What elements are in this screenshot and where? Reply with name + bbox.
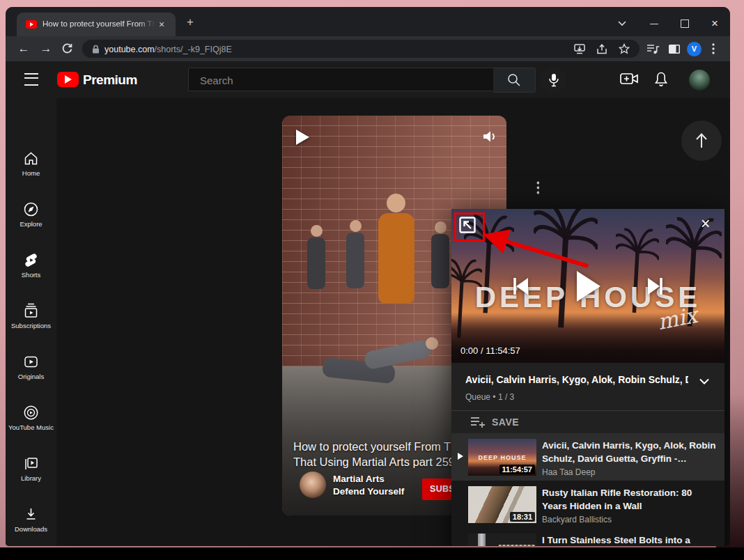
sidebar-label: Explore (6, 220, 56, 228)
queue-item-channel: Haa Taa Deep (542, 467, 596, 477)
notifications-bell-icon[interactable] (653, 71, 669, 88)
search-box[interactable] (188, 68, 494, 91)
bookmark-star-icon[interactable] (619, 43, 630, 54)
create-video-icon[interactable] (620, 72, 638, 86)
sidebar-item-youtube-music[interactable]: YouTube Music (6, 397, 56, 447)
shorts-icon (23, 252, 39, 268)
sidebar-item-shorts[interactable]: Shorts (6, 244, 56, 295)
queue-meta: Queue • 1 / 3 (465, 392, 514, 402)
scroll-to-top-button[interactable] (681, 120, 722, 161)
download-icon (23, 506, 39, 522)
voice-search-button[interactable] (541, 67, 566, 93)
browser-profile-avatar[interactable]: V (687, 42, 702, 56)
sidebar-label: Shorts (6, 271, 56, 279)
new-tab-button[interactable]: + (187, 16, 194, 28)
sidebar-label: YouTube Music (6, 423, 56, 431)
lock-icon (92, 45, 100, 54)
tab-title: How to protect yourself From The (42, 20, 155, 30)
queue-header[interactable]: Avicii, Calvin Harris, Kygo, Alok, Robin… (451, 363, 724, 410)
window-menu-chevron-icon[interactable] (618, 21, 626, 26)
youtube-header: Premium (6, 61, 730, 98)
sidebar-item-library[interactable]: Library (6, 448, 56, 498)
sidebar-label: Library (6, 474, 56, 482)
home-icon (23, 150, 39, 166)
queue-item-channel: Backyard Ballistics (542, 515, 612, 524)
play-icon[interactable] (296, 130, 309, 145)
now-playing-icon (458, 453, 463, 460)
search-button[interactable] (493, 68, 536, 93)
channel-name[interactable]: Martial Arts Defend Yourself (333, 473, 417, 498)
video-figure-head (350, 220, 362, 232)
playlist-add-icon (470, 416, 486, 428)
video-monk-figure (378, 213, 414, 304)
forward-button[interactable]: → (39, 42, 53, 56)
url-host: youtube.com (104, 45, 155, 54)
save-playlist-button[interactable]: SAVE (451, 410, 724, 434)
subscriptions-icon (23, 303, 39, 319)
youtube-premium-wordmark[interactable]: Premium (83, 72, 137, 88)
sidebar: Home Explore Shorts (6, 98, 56, 546)
video-figure-head (387, 194, 405, 212)
sidebar-item-downloads[interactable]: Downloads (6, 499, 56, 546)
queue-item-title: Avicii, Calvin Harris, Kygo, Alok, Robin… (542, 439, 718, 465)
queue-title: Avicii, Calvin Harris, Kygo, Alok, Robin… (465, 374, 688, 385)
screenshot-root: How to protect yourself From The × + × ←… (0, 0, 744, 560)
browser-menu-icon[interactable] (712, 43, 715, 54)
tab-strip: How to protect yourself From The × + × (6, 7, 730, 36)
sidebar-label: Downloads (6, 525, 56, 533)
youtube-logo-icon[interactable] (57, 72, 79, 87)
annotation-arrow (451, 209, 724, 363)
media-controls-icon[interactable] (646, 44, 660, 54)
thumbnail-art (468, 534, 536, 546)
sidebar-item-subscriptions[interactable]: Subscriptions (6, 295, 56, 345)
window-close-button[interactable]: × (711, 17, 718, 31)
hamburger-menu-icon[interactable] (24, 73, 38, 86)
search-input[interactable] (199, 68, 480, 92)
browser-tab[interactable]: How to protect yourself From The × (17, 13, 176, 36)
sidebar-label: Subscriptions (6, 322, 56, 329)
queue-item[interactable]: 18:31 Rusty Italian Rifle Restoration: 8… (451, 481, 724, 528)
sidebar-item-home[interactable]: Home (6, 143, 56, 193)
video-figure (431, 234, 449, 288)
search-icon (507, 73, 521, 87)
reload-button[interactable] (61, 42, 73, 54)
youtube-favicon-icon (26, 20, 37, 29)
video-figure (346, 233, 364, 288)
volume-icon[interactable] (481, 128, 498, 145)
queue-item-title: I Turn Stainless Steel Bolts into a Pock… (542, 534, 718, 546)
tab-close-icon[interactable]: × (159, 19, 164, 30)
shorts-more-options-icon[interactable] (536, 181, 539, 195)
youtube-account-avatar[interactable] (689, 70, 710, 91)
install-icon[interactable] (574, 44, 585, 54)
thumbnail-text: DEEP HOUSE (468, 454, 536, 461)
duration-badge: 18:31 (510, 512, 535, 522)
video-figure (307, 238, 325, 289)
minimize-button[interactable] (650, 24, 658, 24)
queue-item-thumbnail: 18:31 (468, 486, 536, 523)
queue-item-title: Rusty Italian Rifle Restoration: 80 Year… (542, 486, 718, 513)
sidebar-label: Home (6, 169, 56, 177)
browser-toolbar: ← → youtube.com/shorts/_-k9_FIQj8E (6, 36, 730, 61)
save-label: SAVE (492, 417, 519, 428)
share-icon[interactable] (596, 44, 607, 54)
url-path: /shorts/_-k9_FIQj8E (155, 45, 232, 54)
miniplayer-video[interactable]: DEEP HOUSE mix 0:00 / 11:54:57 × (451, 209, 724, 363)
queue-item[interactable]: 15:53 I Turn Stainless Steel Bolts into … (451, 528, 724, 546)
back-button[interactable]: ← (17, 42, 31, 56)
microphone-icon (548, 73, 559, 87)
youtube-music-icon (23, 405, 39, 421)
video-figure-head (435, 221, 447, 233)
maximize-button[interactable] (681, 20, 689, 28)
duration-badge: 11:54:57 (499, 465, 535, 474)
video-figure-head (311, 225, 323, 237)
sidebar-label: Originals (6, 373, 56, 380)
queue-item[interactable]: DEEP HOUSE 11:54:57 Avicii, Calvin Harri… (451, 433, 724, 481)
chevron-down-icon[interactable] (699, 378, 709, 384)
originals-icon (23, 354, 39, 370)
queue-item-thumbnail: 15:53 (468, 534, 536, 546)
sidebar-item-originals[interactable]: Originals (6, 346, 56, 396)
side-panel-icon[interactable] (668, 44, 681, 54)
sidebar-item-explore[interactable]: Explore (6, 194, 56, 244)
channel-avatar[interactable] (300, 472, 326, 498)
url-text[interactable]: youtube.com/shorts/_-k9_FIQj8E (104, 45, 232, 54)
